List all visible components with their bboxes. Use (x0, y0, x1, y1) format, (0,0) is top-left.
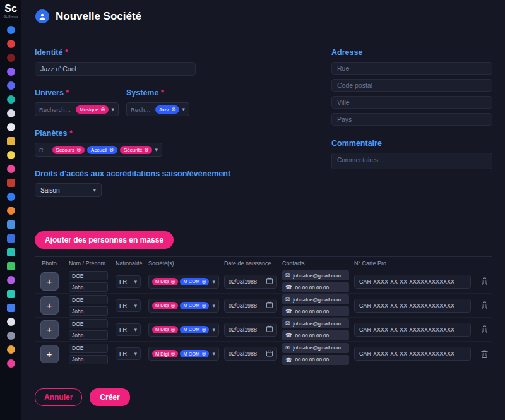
birthdate-input[interactable]: 02/03/1988 (224, 347, 277, 361)
chart-icon[interactable] (7, 248, 15, 256)
remove-tag-icon[interactable]: ⊗ (109, 147, 114, 153)
remove-tag-icon[interactable]: ⊗ (201, 327, 206, 333)
first-name-input[interactable] (69, 282, 108, 292)
phone-input[interactable]: ☎06 00 00 00 00 (282, 306, 349, 316)
swirl-icon[interactable] (7, 81, 15, 90)
brain-icon[interactable] (7, 68, 15, 76)
id-card-icon[interactable] (7, 220, 15, 229)
remove-tag-icon[interactable]: ⊗ (100, 106, 105, 112)
calendar-icon (266, 325, 273, 333)
last-name-input[interactable] (69, 319, 108, 328)
identity-input[interactable] (35, 62, 196, 76)
cancel-button[interactable]: Annuler (35, 388, 82, 406)
card-number-input[interactable] (354, 347, 471, 361)
gear-icon[interactable] (7, 332, 15, 340)
first-name-input[interactable] (69, 355, 108, 364)
companies-select[interactable]: M Digi⊗ M COM⊗ ▾ (148, 347, 219, 361)
remove-tag-icon[interactable]: ⊗ (170, 279, 175, 285)
remove-tag-icon[interactable]: ⊗ (144, 147, 148, 153)
add-bulk-people-button[interactable]: Ajouter des personnes en masse (35, 231, 174, 249)
phone-input[interactable]: ☎06 00 00 00 00 (282, 330, 349, 340)
birthdate-input[interactable]: 02/03/1988 (224, 275, 277, 289)
alien-icon[interactable] (7, 318, 15, 326)
add-photo-button[interactable]: + (40, 272, 59, 291)
dot-icon[interactable] (7, 165, 15, 173)
moon-icon[interactable] (7, 151, 15, 159)
droits-select[interactable]: Saison ▾ (35, 183, 102, 197)
required-mark: * (161, 88, 164, 97)
grid-icon[interactable] (7, 304, 15, 312)
add-photo-button[interactable]: + (40, 296, 59, 315)
email-input[interactable]: ✉john-doe@gmail.com (282, 343, 349, 353)
systeme-select[interactable]: Rechercher ... Jazz⊗ ▾ (126, 102, 189, 116)
companies-select[interactable]: M Digi⊗ M COM⊗ ▾ (148, 275, 219, 289)
planetes-select[interactable]: Rechercher ... Secours⊗ Accueil⊗ Sécurit… (35, 143, 162, 157)
trash-icon[interactable] (481, 350, 488, 358)
astronaut-icon[interactable] (7, 123, 15, 131)
email-input[interactable]: ✉john-doe@gmail.com (282, 318, 349, 328)
last-name-input[interactable] (69, 271, 108, 280)
remove-tag-icon[interactable]: ⊗ (201, 351, 206, 357)
target-icon[interactable] (7, 40, 15, 48)
rue-input[interactable] (331, 62, 492, 75)
confetti-icon[interactable] (7, 276, 15, 284)
nationality-select[interactable]: FR▾ (116, 299, 141, 312)
globe-icon[interactable] (7, 26, 15, 34)
add-photo-button[interactable]: + (40, 345, 59, 363)
code-postal-input[interactable] (331, 79, 492, 92)
basketball-icon[interactable] (7, 207, 15, 215)
book-icon[interactable] (7, 179, 15, 187)
window-icon[interactable] (7, 234, 15, 243)
trash-icon[interactable] (481, 301, 488, 309)
card-number-input[interactable] (354, 299, 471, 313)
birthdate-input[interactable]: 02/03/1988 (224, 299, 277, 313)
remove-tag-icon[interactable]: ⊗ (170, 351, 175, 357)
email-input[interactable]: ✉john-doe@gmail.com (282, 294, 349, 304)
app-logo[interactable]: Sc (4, 4, 17, 14)
earth-icon[interactable] (7, 193, 15, 201)
remove-tag-icon[interactable]: ⊗ (170, 327, 175, 333)
email-input[interactable]: ✉john-doe@gmail.com (282, 270, 349, 280)
companies-select[interactable]: M Digi⊗ M COM⊗ ▾ (148, 299, 219, 313)
invader-icon[interactable] (7, 262, 15, 270)
create-button[interactable]: Créer (90, 388, 129, 406)
card-number-input[interactable] (354, 275, 471, 289)
remove-tag-icon[interactable]: ⊗ (171, 106, 175, 112)
companies-select[interactable]: M Digi⊗ M COM⊗ ▾ (148, 323, 219, 337)
checklist-icon[interactable] (7, 290, 15, 298)
bolt-icon[interactable] (7, 95, 15, 104)
donut-icon[interactable] (7, 359, 15, 368)
trash-icon[interactable] (481, 325, 488, 333)
first-name-input[interactable] (69, 306, 108, 316)
left-column: Identité * Univers * Rechercher ... Musi… (35, 48, 322, 210)
tag-m-digi: M Digi⊗ (152, 302, 178, 309)
first-name-input[interactable] (69, 330, 108, 340)
phone-input[interactable]: ☎06 00 00 00 00 (282, 355, 349, 365)
card-number-input[interactable] (354, 323, 471, 337)
last-name-input[interactable] (69, 295, 108, 304)
add-photo-button[interactable]: + (40, 320, 59, 339)
remove-tag-icon[interactable]: ⊗ (201, 279, 206, 285)
table-row: + FR▾ M Digi⊗ M COM⊗ ▾ 02/03/1988 ✉john-… (35, 270, 492, 294)
commentaire-textarea[interactable] (331, 153, 492, 169)
birthdate-input[interactable]: 02/03/1988 (224, 323, 277, 337)
pays-input[interactable] (331, 113, 492, 126)
record-icon[interactable] (7, 54, 15, 62)
remove-tag-icon[interactable]: ⊗ (201, 303, 206, 309)
robot-icon[interactable] (7, 109, 15, 117)
phone-input[interactable]: ☎06 00 00 00 00 (282, 282, 349, 292)
remove-tag-icon[interactable]: ⊗ (76, 147, 81, 153)
main-area: Nouvelle Société Identité * Univers * Re… (21, 0, 505, 420)
planetes-search-placeholder: Rechercher ... (39, 147, 50, 153)
envelope-icon: ✉ (285, 320, 290, 327)
nationality-select[interactable]: FR▾ (116, 323, 141, 336)
ville-input[interactable] (331, 96, 492, 109)
univers-select[interactable]: Rechercher ... Musique⊗ ▾ (35, 102, 119, 116)
remove-tag-icon[interactable]: ⊗ (170, 303, 175, 309)
nationality-select[interactable]: FR▾ (116, 275, 141, 288)
last-name-input[interactable] (69, 344, 108, 353)
color-wheel-icon[interactable] (7, 345, 15, 354)
nationality-select[interactable]: FR▾ (116, 347, 141, 360)
trash-icon[interactable] (481, 277, 488, 285)
palette-icon[interactable] (7, 137, 15, 145)
